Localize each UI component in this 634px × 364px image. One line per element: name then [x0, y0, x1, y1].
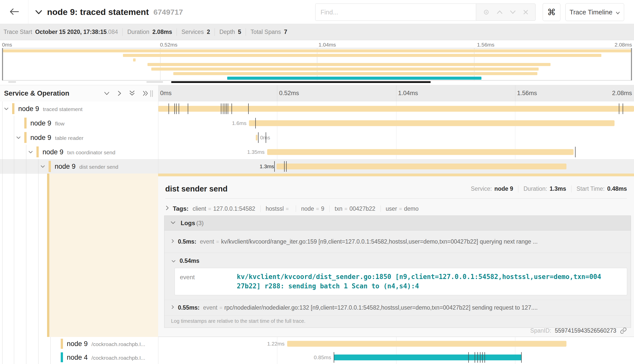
tree-row[interactable]: node 9 txn coordinator send — [0, 145, 158, 159]
timeline-span-row[interactable]: 1.22ms — [158, 337, 634, 351]
scrub-handle[interactable] — [146, 81, 163, 83]
tree-row[interactable]: node 4 /cockroach.roachpb.I... — [0, 351, 158, 364]
log-marker[interactable] — [284, 161, 285, 172]
separator — [122, 28, 123, 36]
chevron-down-icon[interactable] — [16, 136, 21, 139]
timeline-span-row[interactable]: 0.85ms — [158, 351, 634, 364]
focus-match-icon[interactable] — [483, 9, 490, 15]
minimap-scrollbar[interactable] — [0, 81, 634, 83]
tree-guide-line — [38, 159, 38, 364]
log-value: kv/kvclient/kvcoord/range_iter.go:159 [n… — [221, 238, 538, 245]
clear-search-icon[interactable] — [523, 9, 529, 15]
span-bar[interactable] — [277, 164, 566, 169]
span-bar[interactable] — [249, 120, 615, 126]
back-button[interactable] — [0, 0, 28, 24]
log-marker[interactable] — [255, 118, 256, 129]
log-marker[interactable] — [168, 103, 169, 114]
log-marker[interactable] — [286, 161, 287, 172]
timeline-span-row[interactable]: 1.3ms — [158, 159, 634, 174]
log-marker[interactable] — [188, 103, 188, 114]
timeline-tick-label: 1.04ms — [398, 90, 418, 97]
log-entry[interactable]: 0.5ms: event=kv/kvclient/kvcoord/range_i… — [164, 230, 631, 253]
trace-view-dropdown[interactable]: Trace Timeline — [565, 3, 624, 21]
tree-row[interactable]: node 9 traced statement — [0, 101, 158, 116]
minimap-canvas[interactable] — [2, 48, 632, 80]
tree-row[interactable]: node 9 table reader — [0, 130, 158, 145]
log-marker[interactable] — [231, 103, 232, 114]
span-bar[interactable] — [287, 341, 566, 347]
log-marker[interactable] — [223, 103, 223, 114]
log-marker[interactable] — [521, 352, 522, 363]
chevron-down-icon — [170, 221, 176, 226]
service-color-swatch — [36, 146, 39, 157]
separator — [329, 205, 330, 212]
log-entry[interactable]: 0.55ms: event=rpc/nodedialer/nodedialer.… — [164, 300, 631, 316]
tree-row[interactable]: node 9 /cockroach.roachpb.I... — [0, 337, 158, 351]
timeline-span-row[interactable]: 1.35ms — [158, 145, 634, 159]
minimap-span-bar[interactable] — [133, 58, 136, 61]
tag-item: node=9 — [301, 205, 324, 212]
timeline-span-row[interactable] — [158, 101, 634, 116]
log-marker[interactable] — [480, 352, 480, 363]
column-resizer-grip[interactable] — [150, 90, 153, 97]
span-bar[interactable] — [267, 149, 574, 155]
minimap-span-bar[interactable] — [147, 63, 551, 66]
log-marker[interactable] — [274, 161, 275, 172]
separator — [571, 185, 572, 192]
trace-view-dropdown-label: Trace Timeline — [569, 8, 612, 16]
scroll-thumb[interactable] — [171, 81, 431, 83]
log-marker[interactable] — [468, 352, 469, 363]
chevron-down-icon[interactable] — [4, 107, 9, 111]
page-title: node 9: traced statement — [47, 7, 149, 17]
span-bar[interactable] — [334, 354, 522, 360]
minimap-span-bar[interactable] — [173, 72, 538, 75]
log-marker[interactable] — [266, 132, 266, 143]
log-marker[interactable] — [477, 352, 478, 363]
tree-row[interactable]: node 9 flow — [0, 116, 158, 130]
top-bar: node 9: traced statement 6749717 ⌘ Trace… — [0, 0, 634, 24]
prev-result-icon[interactable] — [496, 10, 503, 14]
timeline-span-row[interactable]: 0ms — [158, 130, 634, 145]
next-result-icon[interactable] — [510, 10, 516, 14]
log-marker[interactable] — [623, 103, 623, 114]
log-marker[interactable] — [174, 103, 175, 114]
log-marker[interactable] — [248, 103, 249, 114]
logs-header[interactable]: Logs (3) — [164, 216, 631, 230]
minimap-span-bar[interactable] — [227, 77, 481, 80]
log-marker[interactable] — [575, 147, 576, 157]
find-input[interactable] — [315, 4, 476, 21]
log-marker[interactable] — [484, 352, 485, 363]
minimap-span-bar[interactable] — [151, 68, 539, 71]
collapse-one-icon[interactable] — [103, 91, 110, 96]
deep-link-icon[interactable] — [620, 327, 627, 334]
log-marker[interactable] — [226, 103, 227, 114]
log-marker[interactable] — [179, 103, 179, 114]
scrub-handle[interactable] — [8, 81, 16, 83]
log-marker[interactable] — [221, 103, 221, 114]
log-marker[interactable] — [475, 352, 475, 363]
collapse-trace-chevron-icon[interactable] — [35, 10, 43, 15]
log-marker[interactable] — [482, 352, 483, 363]
span-bar[interactable] — [158, 106, 634, 112]
tags-accordion[interactable]: Tags: client=127.0.0.1:54582hostssl=node… — [165, 202, 627, 216]
log-marker[interactable] — [225, 103, 225, 114]
log-marker[interactable] — [334, 352, 334, 363]
log-marker[interactable] — [176, 103, 177, 114]
collapse-all-icon[interactable] — [129, 90, 136, 97]
log-marker[interactable] — [258, 132, 259, 143]
log-marker[interactable] — [619, 103, 619, 114]
tree-row[interactable]: node 9 dist sender send — [0, 159, 158, 174]
timeline-span-row[interactable]: 1.6ms — [158, 116, 634, 130]
log-marker[interactable] — [228, 103, 228, 114]
chevron-down-icon[interactable] — [40, 165, 46, 168]
separator — [518, 185, 518, 192]
chevron-down-icon[interactable] — [28, 150, 33, 154]
minimap-span-bar[interactable] — [3, 49, 631, 52]
expand-one-icon[interactable] — [117, 90, 122, 97]
log-entry-header[interactable]: 0.54ms — [171, 258, 627, 264]
minimap-span-bar[interactable] — [123, 54, 601, 57]
keyboard-shortcuts-button[interactable]: ⌘ — [543, 3, 560, 21]
service-name: node 9 — [30, 119, 51, 127]
span-bar[interactable] — [256, 135, 258, 140]
expand-all-icon[interactable] — [142, 90, 149, 97]
